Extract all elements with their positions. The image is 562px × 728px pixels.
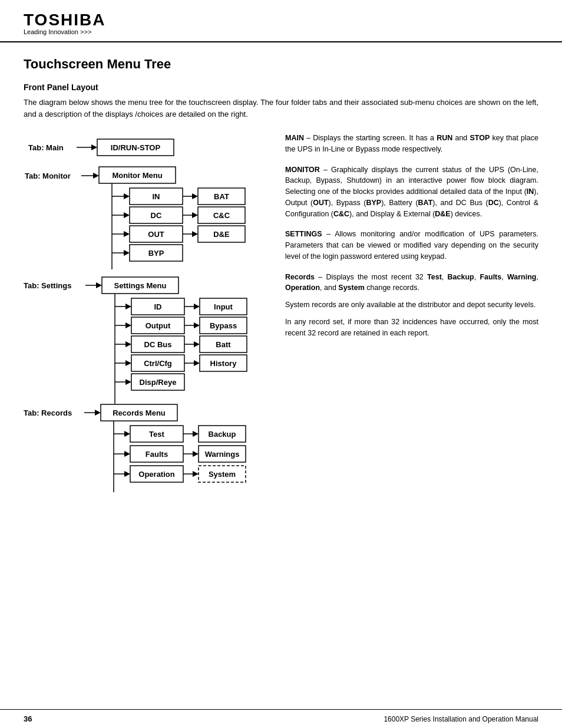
- box-batt: Batt: [216, 340, 231, 349]
- svg-marker-33: [125, 304, 131, 309]
- desc-monitor-text: MONITOR – Graphically displays the curre…: [285, 164, 538, 220]
- desc-main-text: MAIN – Displays the starting screen. It …: [285, 133, 538, 155]
- svg-marker-26: [124, 250, 130, 256]
- box-output: Output: [146, 321, 171, 330]
- desc-records-text: Records – Displays the most recent 32 Te…: [285, 272, 538, 294]
- menu-tree-diagram: Tab: Main ID/RUN-STOP Tab: Monitor Mo: [24, 133, 271, 533]
- box-candc: C&C: [213, 211, 230, 220]
- tab-settings-label: Tab: Settings: [24, 281, 71, 290]
- diagram-area: Tab: Main ID/RUN-STOP Tab: Monitor Mo: [24, 133, 538, 535]
- svg-marker-45: [125, 341, 131, 347]
- svg-marker-73: [193, 451, 199, 457]
- box-bat: BAT: [214, 192, 229, 201]
- svg-marker-54: [194, 360, 200, 366]
- box-warnings: Warnings: [205, 450, 240, 459]
- box-faults: Faults: [146, 450, 168, 459]
- svg-marker-36: [194, 304, 200, 309]
- svg-marker-67: [193, 431, 199, 437]
- page: TOSHIBA Leading Innovation >>> Touchscre…: [0, 0, 562, 728]
- svg-marker-42: [194, 322, 200, 328]
- svg-marker-64: [124, 431, 130, 437]
- svg-marker-60: [95, 410, 101, 416]
- svg-marker-11: [192, 193, 198, 199]
- svg-marker-70: [124, 451, 130, 457]
- diagram-left: Tab: Main ID/RUN-STOP Tab: Monitor Mo: [24, 133, 271, 535]
- intro-text: The diagram below shows the menu tree fo…: [24, 97, 538, 120]
- svg-marker-79: [193, 471, 199, 477]
- tab-monitor-label: Tab: Monitor: [25, 172, 71, 180]
- box-history: History: [210, 359, 237, 368]
- svg-marker-23: [192, 231, 198, 237]
- box-dande: D&E: [213, 230, 230, 239]
- svg-marker-20: [124, 231, 130, 237]
- desc-monitor-title: MONITOR: [285, 166, 320, 174]
- page-title: Touchscreen Menu Tree: [24, 57, 538, 72]
- svg-marker-76: [124, 471, 130, 477]
- box-operation: Operation: [138, 470, 174, 479]
- footer-document-title: 1600XP Series Installation and Operation…: [384, 715, 538, 723]
- header: TOSHIBA Leading Innovation >>>: [0, 0, 562, 42]
- box-input: Input: [214, 302, 233, 311]
- box-bypass: Bypass: [210, 321, 237, 330]
- svg-marker-39: [125, 322, 131, 328]
- svg-marker-17: [192, 212, 198, 218]
- footer-page-number: 36: [24, 714, 32, 723]
- svg-marker-57: [125, 379, 131, 385]
- desc-records: Records – Displays the most recent 32 Te…: [285, 272, 538, 339]
- footer: 36 1600XP Series Installation and Operat…: [0, 709, 562, 728]
- tab-main-label: Tab: Main: [28, 143, 64, 152]
- tab-records-label: Tab: Records: [24, 409, 72, 417]
- desc-main-title: MAIN: [285, 134, 304, 142]
- desc-records-note: In any record set, if more than 32 incid…: [285, 317, 538, 339]
- content: Touchscreen Menu Tree Front Panel Layout…: [0, 42, 562, 709]
- box-settings-menu: Settings Menu: [114, 281, 167, 290]
- box-test: Test: [149, 430, 164, 439]
- diagram-right: MAIN – Displays the starting screen. It …: [271, 133, 538, 348]
- desc-settings-text: SETTINGS – Allows monitoring and/or modi…: [285, 229, 538, 262]
- desc-monitor: MONITOR – Graphically displays the curre…: [285, 164, 538, 220]
- desc-settings-title: SETTINGS: [285, 230, 322, 238]
- section-title: Front Panel Layout: [24, 83, 538, 92]
- svg-marker-51: [125, 360, 131, 366]
- box-backup: Backup: [209, 430, 236, 439]
- svg-marker-48: [194, 341, 200, 347]
- svg-marker-1: [91, 144, 97, 150]
- box-out: OUT: [148, 230, 164, 239]
- box-dc-bus: DC Bus: [144, 340, 172, 349]
- desc-main: MAIN – Displays the starting screen. It …: [285, 133, 538, 155]
- svg-marker-14: [124, 212, 130, 218]
- box-ctrl-cfg: Ctrl/Cfg: [144, 359, 172, 368]
- box-system: System: [209, 470, 236, 479]
- logo-toshiba: TOSHIBA: [24, 11, 538, 29]
- svg-marker-4: [93, 173, 99, 179]
- box-id-run-stop: ID/RUN-STOP: [111, 143, 161, 152]
- box-in: IN: [153, 192, 160, 201]
- box-id: ID: [154, 302, 162, 311]
- box-disp-reye: Disp/Reye: [140, 378, 177, 387]
- box-byp: BYP: [148, 249, 164, 258]
- box-monitor-menu: Monitor Menu: [112, 171, 162, 180]
- box-dc: DC: [151, 211, 162, 220]
- box-records-menu: Records Menu: [113, 409, 166, 417]
- svg-marker-29: [96, 282, 102, 288]
- desc-records-title: Records: [285, 273, 315, 281]
- desc-system-note: System records are only available at the…: [285, 299, 538, 311]
- svg-marker-8: [124, 193, 130, 199]
- desc-settings: SETTINGS – Allows monitoring and/or modi…: [285, 229, 538, 262]
